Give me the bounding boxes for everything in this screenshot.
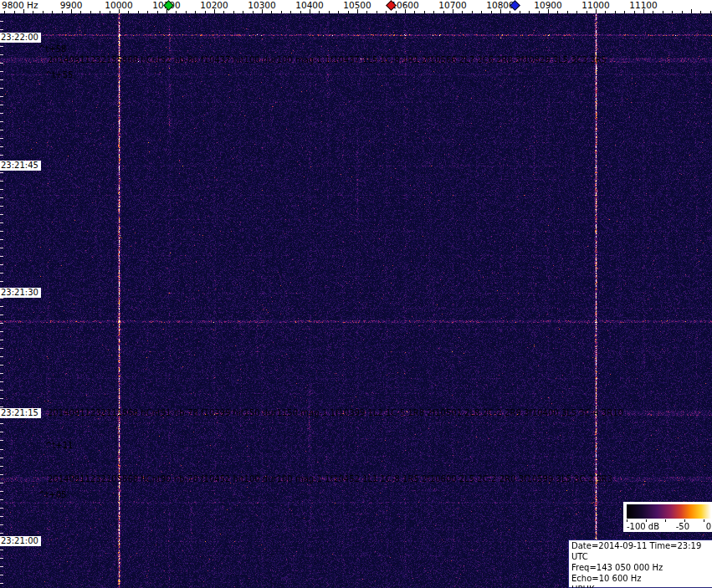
freq-axis-minor-tick xyxy=(634,11,635,13)
freq-axis-minor-tick xyxy=(672,11,673,13)
freq-axis-minor-tick xyxy=(176,11,177,13)
freq-axis-minor-tick xyxy=(80,11,81,13)
freq-axis-minor-tick xyxy=(576,11,577,13)
freq-tick-label: 10500 xyxy=(343,1,371,10)
detection-event-text: 20140911232105868 hCnt90 nb-78 f10452 hi… xyxy=(48,474,612,483)
freq-axis-minor-tick xyxy=(587,11,587,13)
freq-axis-minor-tick xyxy=(223,11,224,13)
freq-tick-label: 11000 xyxy=(581,1,609,10)
freq-axis-minor-tick xyxy=(147,11,148,13)
colorbar-labels: -100 dB -50 0 xyxy=(627,522,711,531)
freq-axis-minor-tick xyxy=(52,11,53,13)
freq-axis-minor-tick xyxy=(539,11,540,13)
colorbar-gradient xyxy=(627,504,711,519)
freq-axis-minor-tick xyxy=(605,11,606,13)
freq-tick-label: 10900 xyxy=(534,1,561,10)
freq-axis-minor-tick xyxy=(376,11,377,13)
freq-axis-minor-tick xyxy=(281,11,282,13)
freq-axis-minor-tick xyxy=(338,11,339,13)
freq-axis-minor-tick xyxy=(567,11,568,13)
freq-axis-minor-tick xyxy=(481,11,482,13)
info-frequency: Freq=143 050 000 Hz xyxy=(571,562,712,573)
freq-axis-minor-tick xyxy=(186,11,187,13)
info-date-time: Date=2014-09-11 Time=23:19 UTC xyxy=(571,540,712,562)
freq-axis-minor-tick xyxy=(253,11,254,13)
freq-axis-minor-tick xyxy=(491,11,492,13)
colorbar-label-max: 0 xyxy=(706,522,711,531)
freq-axis-minor-tick xyxy=(710,11,711,13)
detection-event-text: 20140911232155868 hCnt92 nb-80 f10437 hi… xyxy=(48,55,607,64)
freq-axis-minor-tick xyxy=(529,11,530,13)
freq-axis-minor-tick xyxy=(43,11,44,13)
freq-axis-minor-tick xyxy=(386,11,387,13)
freq-axis-minor-tick xyxy=(100,11,100,13)
freq-axis-minor-tick xyxy=(682,11,683,13)
freq-axis-minor-tick xyxy=(300,11,301,13)
time-offset-marker: ^t+05 xyxy=(38,490,66,499)
freq-tick-label: 10700 xyxy=(438,1,466,10)
freq-axis-minor-tick xyxy=(433,11,434,13)
spectrogram-display: 9800 Hz990010000101001020010300104001050… xyxy=(0,0,712,588)
freq-axis-minor-tick xyxy=(271,11,272,13)
freq-axis-minor-tick xyxy=(205,11,206,13)
freq-axis-minor-tick xyxy=(663,11,663,13)
freq-axis-minor-tick xyxy=(700,11,701,13)
freq-axis-minor-tick xyxy=(4,11,5,13)
colorbar-legend: -100 dB -50 0 xyxy=(623,502,712,532)
freq-tick-label: 9900 xyxy=(60,1,83,10)
freq-axis-minor-tick xyxy=(472,11,473,13)
freq-axis-minor-tick xyxy=(510,11,510,13)
freq-axis-minor-tick xyxy=(653,11,653,13)
freq-axis-minor-tick xyxy=(424,11,425,13)
freq-axis-minor-tick xyxy=(557,11,558,13)
detection-annotations: 20140911232155868 hCnt92 nb-80 f10437 hi… xyxy=(0,0,712,588)
freq-tick-label: 10300 xyxy=(248,1,275,10)
freq-tick-label: 10400 xyxy=(295,1,323,10)
freq-axis-minor-tick xyxy=(348,11,349,13)
freq-axis-minor-tick xyxy=(520,11,520,13)
freq-axis-minor-tick xyxy=(366,11,367,13)
detection-event-text: 20140911232111868 hCnt91 nb-78 f10399 hi… xyxy=(48,408,623,417)
time-offset-marker: ^t+58 xyxy=(38,44,66,54)
info-echo-frequency: Echo=10 600 Hz xyxy=(571,573,712,584)
freq-axis-minor-tick xyxy=(624,11,625,13)
freq-axis-minor-tick xyxy=(33,11,33,13)
freq-axis-minor-tick xyxy=(414,11,415,13)
freq-axis-minor-tick xyxy=(443,11,444,13)
freq-tick-label: 10200 xyxy=(200,1,228,10)
freq-axis-minor-tick xyxy=(396,11,397,13)
freq-axis-minor-tick xyxy=(90,11,91,13)
freq-tick-label: 9800 Hz xyxy=(2,1,38,10)
freq-axis-minor-tick xyxy=(290,11,291,13)
info-station-id: HPHK xyxy=(571,584,712,588)
freq-tick-label: 10000 xyxy=(105,1,132,10)
freq-axis-major-tick xyxy=(691,9,692,13)
freq-axis-minor-tick xyxy=(138,11,139,13)
freq-axis-minor-tick xyxy=(157,11,158,13)
freq-axis-minor-tick xyxy=(62,11,63,13)
time-offset-marker: ^t+55 xyxy=(45,70,73,79)
frequency-axis: 9800 Hz990010000101001020010300104001050… xyxy=(0,0,712,13)
freq-axis-minor-tick xyxy=(128,11,129,13)
freq-axis-minor-tick xyxy=(195,11,196,13)
time-offset-marker: ^t+11 xyxy=(45,441,73,450)
freq-axis-minor-tick xyxy=(233,11,234,13)
freq-tick-label: 11100 xyxy=(629,1,657,10)
colorbar-label-min: -100 dB xyxy=(627,522,659,531)
freq-axis-minor-tick xyxy=(462,11,463,13)
freq-axis-minor-tick xyxy=(110,11,110,13)
freq-axis-minor-tick xyxy=(243,11,243,13)
freq-axis-minor-tick xyxy=(329,11,330,13)
freq-axis-minor-tick xyxy=(615,11,616,13)
freq-axis-minor-tick xyxy=(319,11,320,13)
colorbar-label-mid: -50 xyxy=(676,522,689,531)
info-box: Date=2014-09-11 Time=23:19 UTC Freq=143 … xyxy=(568,539,712,588)
freq-axis-minor-tick xyxy=(14,11,15,13)
